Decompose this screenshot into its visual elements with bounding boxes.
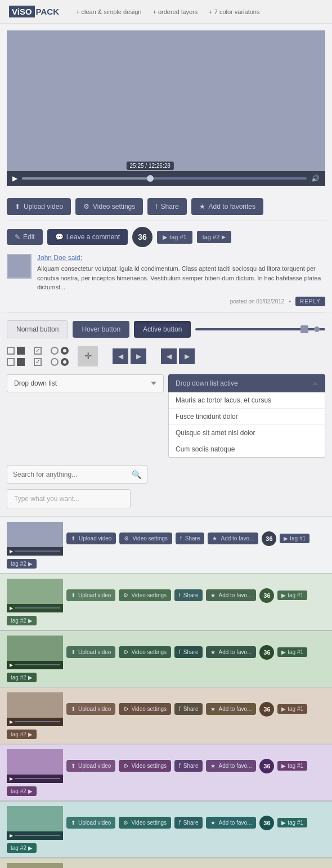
dropdown-normal: Drop down list: [7, 374, 164, 392]
fav-btn-g[interactable]: ★ Add to favo...: [206, 589, 256, 601]
tag2[interactable]: tag #2 ▶: [197, 231, 232, 243]
fb-icon-pu: f: [179, 763, 181, 769]
tag-arrow-icon: ▶: [222, 234, 226, 240]
tag1-sm-g[interactable]: ▶ tag #1: [277, 590, 307, 600]
share-btn-d[interactable]: f Share: [176, 533, 204, 544]
gear-icon-te: ⚙: [123, 820, 128, 826]
slider-dot: [314, 326, 320, 332]
settings-btn-d[interactable]: ⚙ Video settings: [119, 533, 172, 544]
settings-btn-pu[interactable]: ⚙ Video settings: [119, 760, 171, 772]
upload-btn-br[interactable]: ⬆ Upload video: [66, 703, 115, 715]
checkbox-filled[interactable]: [17, 347, 25, 355]
next-button[interactable]: ▶: [131, 348, 146, 364]
tag1[interactable]: ▶ tag #1: [157, 231, 192, 244]
fav-btn-dg[interactable]: ★ Add to favo...: [206, 646, 256, 658]
prev-button[interactable]: ◀: [113, 348, 128, 364]
tag1-sm-pu[interactable]: ▶ tag #1: [277, 761, 307, 771]
fav-btn-te[interactable]: ★ Add to favo...: [206, 817, 256, 829]
tag2-sm-d[interactable]: tag #2 ▶: [7, 559, 37, 569]
tag1-sm-d[interactable]: ▶ tag #1: [280, 534, 309, 543]
slider[interactable]: [195, 324, 325, 335]
logo-viso: ViSO: [9, 6, 35, 17]
feature2: + ordered layers: [152, 8, 198, 15]
settings-btn-te[interactable]: ⚙ Video settings: [119, 817, 171, 829]
reply-button[interactable]: REPLY: [295, 297, 325, 306]
fav-btn-br[interactable]: ★ Add to favo...: [206, 703, 256, 715]
text-input-placeholder: Type what you want...: [14, 495, 79, 503]
share-btn-pu[interactable]: f Share: [174, 760, 203, 772]
gear-icon-dg: ⚙: [123, 649, 128, 655]
upload-icon: ⬆: [15, 203, 20, 211]
radio-empty[interactable]: [51, 347, 59, 355]
radio-filled2[interactable]: [61, 358, 69, 366]
tag1-sm-te[interactable]: ▶ tag #1: [277, 818, 307, 827]
share-btn-te[interactable]: f Share: [174, 817, 203, 829]
upload-btn-g[interactable]: ⬆ Upload video: [66, 589, 115, 601]
radio-empty2[interactable]: [51, 358, 59, 366]
tag2-sm-pu[interactable]: tag #2 ▶: [7, 786, 37, 796]
tag1-sm-dg[interactable]: ▶ tag #1: [277, 647, 307, 657]
leave-comment-button[interactable]: 💬 Leave a comment: [47, 229, 128, 245]
tag2-sm-te[interactable]: tag #2 ▶: [7, 843, 37, 853]
dropdown-trigger[interactable]: Drop down list: [7, 374, 164, 392]
pencil-icon: ✎: [15, 233, 20, 241]
checkbox-checked2[interactable]: ✓: [34, 358, 42, 366]
share-btn-dg[interactable]: f Share: [174, 646, 203, 658]
dropdown-item-4[interactable]: Cum sociis natoque: [169, 441, 325, 457]
gear-icon-g: ⚙: [123, 592, 128, 598]
upload-btn-d[interactable]: ⬆ Upload video: [66, 533, 116, 544]
dropdown-item-3[interactable]: Quisque sit amet nisl dolor: [169, 425, 325, 441]
play-button[interactable]: ▶: [12, 175, 17, 182]
settings-btn-br[interactable]: ⚙ Video settings: [119, 703, 171, 715]
rewind-button[interactable]: ◀: [161, 348, 177, 364]
move-icon[interactable]: ✛: [78, 346, 98, 366]
tag2-sm-g[interactable]: tag #2 ▶: [7, 616, 37, 625]
favorites-button[interactable]: ★ Add to favorites: [191, 198, 263, 215]
settings-button[interactable]: ⚙ Video settings: [75, 198, 143, 215]
share-btn-br[interactable]: f Share: [174, 703, 203, 715]
checkbox-empty2[interactable]: [7, 358, 15, 366]
tag2-sm-dg[interactable]: tag #2 ▶: [7, 673, 37, 682]
progress-bar[interactable]: 25:25 / 12:26:28: [22, 177, 307, 180]
slider-thumb[interactable]: [300, 325, 308, 333]
radio-row2: [51, 358, 69, 366]
hover-button[interactable]: Hover button: [73, 321, 129, 338]
dropdown-active-trigger[interactable]: Drop down list active: [168, 374, 325, 392]
checkbox-empty[interactable]: [7, 347, 15, 355]
tag2-sm-br[interactable]: tag #2 ▶: [7, 730, 37, 739]
upload-icon-g: ⬆: [71, 592, 75, 598]
dropdown-item-2[interactable]: Fusce tincidunt dolor: [169, 409, 325, 425]
share-button[interactable]: f Share: [147, 198, 186, 215]
normal-button[interactable]: Normal button: [7, 320, 68, 338]
forward-button[interactable]: ▶: [179, 348, 195, 364]
upload-button[interactable]: ⬆ Upload video: [7, 198, 71, 215]
checkbox-checked[interactable]: ✓: [34, 347, 42, 355]
comment-footer: posted on 01/02/2012 • REPLY: [37, 297, 325, 306]
settings-btn-g[interactable]: ⚙ Video settings: [119, 589, 171, 601]
fav-btn-pu[interactable]: ★ Add to favo...: [206, 760, 256, 772]
edit-button[interactable]: ✎ Edit: [7, 229, 43, 245]
dropdown-item-1[interactable]: Mauris ac tortor lacus, et cursus: [169, 392, 325, 409]
upload-btn-te[interactable]: ⬆ Upload video: [66, 817, 115, 829]
fb-icon-d: f: [180, 535, 182, 542]
settings-btn-dg[interactable]: ⚙ Video settings: [119, 646, 171, 658]
upload-icon-pu: ⬆: [71, 763, 75, 769]
header: ViSO PACK + clean & simple design + orde…: [0, 0, 332, 24]
search-button[interactable]: 🔍: [132, 470, 141, 479]
video-controls: ▶ 25:25 / 12:26:28 🔊: [7, 171, 325, 186]
upload-icon-te: ⬆: [71, 820, 75, 826]
volume-icon[interactable]: 🔊: [311, 175, 320, 182]
radio-filled[interactable]: [61, 347, 69, 355]
active-button[interactable]: Active button: [134, 321, 191, 338]
avatar: [7, 254, 32, 279]
checkbox-filled2[interactable]: [17, 358, 25, 366]
search-input[interactable]: [13, 471, 132, 478]
header-features: + clean & simple design + ordered layers…: [76, 8, 259, 15]
tag1-sm-br[interactable]: ▶ tag #1: [277, 704, 307, 714]
fav-btn-d[interactable]: ★ Add to favo...: [208, 533, 258, 544]
upload-btn-dg[interactable]: ⬆ Upload video: [66, 646, 115, 658]
share-btn-g[interactable]: f Share: [174, 589, 203, 601]
count-sm-g: 36: [259, 588, 274, 603]
upload-btn-pu[interactable]: ⬆ Upload video: [66, 760, 115, 772]
progress-thumb[interactable]: [147, 175, 154, 182]
